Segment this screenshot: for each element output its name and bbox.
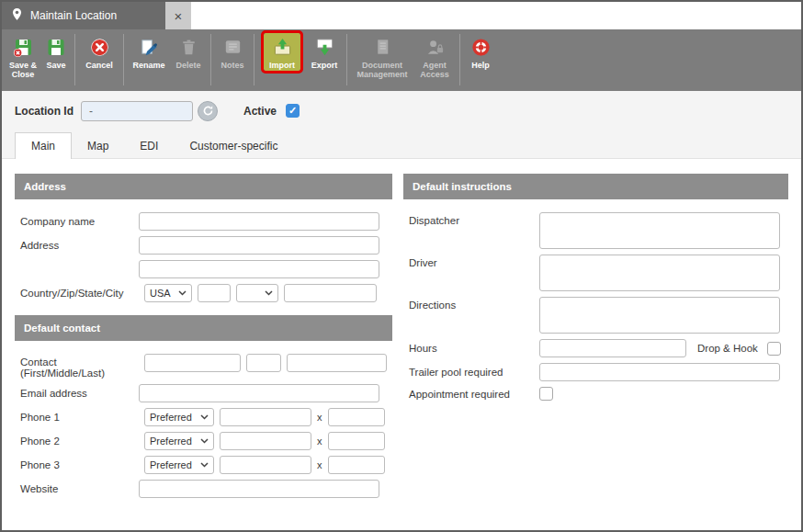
city-input[interactable] [284,284,377,302]
trailer-pool-row: Trailer pool required [403,363,788,381]
address-row-1: Address [15,236,392,255]
toolbar-separator [254,34,254,85]
address-line2-input[interactable] [139,260,379,278]
toolbar-separator [74,34,75,85]
save-close-icon [12,35,34,60]
trailer-pool-input[interactable] [539,363,780,381]
appointment-row: Appointment required [403,387,788,401]
zip-input[interactable] [198,284,231,302]
dispatcher-textarea[interactable] [539,212,780,249]
phone1-label: Phone 1 [15,412,139,423]
website-row: Website [15,480,392,498]
save-button[interactable]: Save [41,33,71,71]
toolbar-button-label: Export [311,61,338,70]
chevron-down-icon [200,462,209,468]
toolbar-separator [123,34,124,85]
phone1-ext-separator: x [317,412,322,423]
active-checkbox[interactable] [286,104,300,118]
contact-label: Contact (First/Middle/Last) [15,354,139,379]
import-button[interactable]: Import [264,33,300,71]
tab-map[interactable]: Map [72,133,124,158]
agent-access-button: Agent Access [413,33,456,81]
rename-icon [139,35,160,60]
directions-textarea[interactable] [539,297,780,334]
contact-label-line1: Contact [20,357,57,368]
state-select[interactable] [236,284,278,302]
directions-row: Directions [403,297,788,334]
export-icon [314,35,335,60]
toolbar-button-label: Agent Access [414,61,455,80]
tab-customer-specific[interactable]: Customer-specific [174,133,293,158]
tab-main[interactable]: Main [15,132,72,159]
rename-button[interactable]: Rename [128,33,170,71]
document-management-button: Document Management [351,33,413,81]
phone1-ext-input[interactable] [328,408,385,426]
export-button[interactable]: Export [306,33,343,71]
phone3-preferred-select[interactable]: Preferred [144,456,214,474]
toolbar-separator [210,34,211,85]
phone1-number-input[interactable] [220,408,311,426]
location-pin-icon [11,7,23,24]
phone2-ext-input[interactable] [328,432,385,450]
phone3-number-input[interactable] [220,456,311,474]
contact-middle-input[interactable] [246,354,281,372]
website-label: Website [15,483,139,494]
toolbar-button-label: Document Management [352,61,413,80]
hours-input[interactable] [539,339,686,357]
toolbar-button-label: Save & Close [6,61,40,80]
address-line1-input[interactable] [139,236,379,255]
notes-button: Notes [215,33,250,71]
phone2-number-input[interactable] [220,432,311,450]
save-and-close-button[interactable]: Save & Close [5,33,41,81]
phone2-preference-value: Preferred [150,436,192,447]
delete-icon [178,35,199,60]
phone2-row: Phone 2 Preferred x [15,432,392,450]
phone3-ext-separator: x [317,459,322,470]
phone3-label: Phone 3 [15,459,139,470]
contact-last-input[interactable] [287,354,387,372]
left-column: Address Company name Address Country/Zip… [15,174,392,504]
address-section-header: Address [15,174,392,199]
phone3-ext-input[interactable] [328,456,385,474]
drop-hook-checkbox[interactable] [767,342,781,356]
phone2-ext-separator: x [317,436,322,447]
country-select-value: USA [150,288,171,299]
toolbar-separator [459,34,460,85]
contact-first-input[interactable] [144,354,241,372]
drop-hook-label: Drop & Hook [697,343,758,354]
company-name-input[interactable] [139,212,379,231]
save-icon [45,35,67,60]
phone3-preference-value: Preferred [150,459,192,470]
toolbar-button-label: Help [471,61,490,70]
refresh-button[interactable] [198,101,218,121]
company-name-row: Company name [15,212,392,231]
address-row-2 [15,260,392,278]
contact-row: Contact (First/Middle/Last) [15,354,392,379]
default-contact-section-header: Default contact [15,315,392,341]
email-input[interactable] [139,384,379,402]
phone2-preferred-select[interactable]: Preferred [144,432,214,450]
tab-strip: Main Map EDI Customer-specific [2,130,801,159]
appointment-checkbox[interactable] [539,387,553,401]
email-row: Email address [15,384,392,402]
toolbar-separator [346,34,347,85]
tab-maintain-location[interactable]: Maintain Location [2,2,165,29]
website-input[interactable] [139,480,379,498]
contact-label-line2: (First/Middle/Last) [20,368,139,379]
driver-textarea[interactable] [539,255,780,291]
toolbar: Save & Close Save Cancel Rename [2,29,801,91]
cancel-button[interactable]: Cancel [79,33,119,71]
company-name-label: Company name [15,216,139,227]
hours-label: Hours [403,343,539,354]
phone1-preferred-select[interactable]: Preferred [144,408,214,426]
tab-close-button[interactable]: × [165,2,191,29]
toolbar-button-label: Notes [221,61,243,70]
country-select[interactable]: USA [144,284,192,302]
tab-edi[interactable]: EDI [124,133,174,158]
help-button[interactable]: Help [464,33,497,71]
phone1-row: Phone 1 Preferred x [15,408,392,426]
driver-label: Driver [403,255,539,268]
location-id-input[interactable] [81,101,193,121]
hours-row: Hours Drop & Hook [403,339,788,357]
active-label: Active [243,105,277,118]
